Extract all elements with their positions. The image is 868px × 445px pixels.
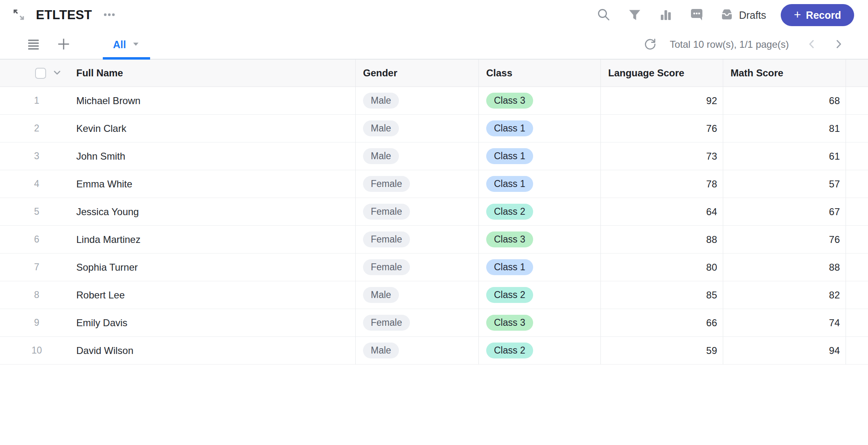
cell-trailing [846, 309, 868, 337]
cell-language-score[interactable]: 59 [601, 337, 723, 365]
class-badge: Class 1 [486, 259, 533, 276]
add-record-button[interactable]: + Record [781, 4, 854, 26]
drafts-button[interactable]: Drafts [720, 7, 766, 23]
pagination [804, 36, 847, 53]
refresh-button[interactable] [642, 36, 658, 53]
add-view-button[interactable] [55, 36, 72, 53]
cell-class[interactable]: Class 2 [479, 198, 601, 226]
column-header-language-score[interactable]: Language Score [601, 60, 723, 87]
cell-class[interactable]: Class 1 [479, 115, 601, 142]
cell-class[interactable]: Class 3 [479, 87, 601, 115]
comment-button[interactable] [689, 7, 705, 23]
cell-class[interactable]: Class 1 [479, 170, 601, 198]
cell-language-score[interactable]: 73 [601, 142, 723, 170]
cell-full-name[interactable]: Emma White [73, 170, 356, 198]
tab-all-view[interactable]: All [103, 30, 150, 59]
plus-icon [57, 37, 71, 52]
filter-button[interactable] [627, 7, 643, 23]
table-menu-button[interactable] [101, 7, 117, 23]
row-number[interactable]: 3 [0, 142, 73, 170]
class-badge: Class 1 [486, 120, 533, 137]
cell-class[interactable]: Class 1 [479, 142, 601, 170]
row-number[interactable]: 9 [0, 309, 73, 337]
cell-math-score[interactable]: 61 [723, 142, 846, 170]
chevron-down-icon [52, 68, 62, 79]
chart-button[interactable] [658, 7, 674, 23]
cell-class[interactable]: Class 3 [479, 226, 601, 254]
row-number[interactable]: 7 [0, 254, 73, 281]
grid-header-row: Full Name Gender Class Language Score Ma… [0, 60, 868, 87]
cell-gender[interactable]: Female [356, 226, 479, 254]
cell-math-score[interactable]: 57 [723, 170, 846, 198]
cell-math-score[interactable]: 94 [723, 337, 846, 365]
column-header-full-name[interactable]: Full Name [73, 60, 356, 87]
page-title: ETLTEST [36, 8, 92, 22]
cell-full-name[interactable]: Linda Martinez [73, 226, 356, 254]
cell-full-name[interactable]: Jessica Young [73, 198, 356, 226]
cell-math-score[interactable]: 67 [723, 198, 846, 226]
cell-class[interactable]: Class 2 [479, 281, 601, 309]
cell-gender[interactable]: Male [356, 337, 479, 365]
cell-full-name[interactable]: Kevin Clark [73, 115, 356, 142]
cell-language-score[interactable]: 64 [601, 198, 723, 226]
row-number[interactable]: 8 [0, 281, 73, 309]
cell-gender[interactable]: Female [356, 254, 479, 281]
cell-gender[interactable]: Male [356, 87, 479, 115]
next-page-button[interactable] [830, 36, 847, 53]
cell-gender[interactable]: Female [356, 170, 479, 198]
cell-math-score[interactable]: 76 [723, 226, 846, 254]
search-button[interactable] [596, 7, 612, 23]
inbox-icon [720, 7, 734, 23]
cell-full-name[interactable]: Sophia Turner [73, 254, 356, 281]
cell-language-score[interactable]: 80 [601, 254, 723, 281]
cell-full-name[interactable]: John Smith [73, 142, 356, 170]
row-number[interactable]: 10 [0, 337, 73, 365]
row-number[interactable]: 6 [0, 226, 73, 254]
table-row: 10 David Wilson Male Class 2 59 94 [0, 337, 868, 365]
column-header-class[interactable]: Class [479, 60, 601, 87]
cell-math-score[interactable]: 81 [723, 115, 846, 142]
class-badge: Class 2 [486, 287, 533, 303]
cell-language-score[interactable]: 66 [601, 309, 723, 337]
class-badge: Class 3 [486, 315, 533, 331]
prev-page-button[interactable] [804, 36, 820, 53]
cell-gender[interactable]: Male [356, 142, 479, 170]
select-all-checkbox[interactable] [35, 68, 46, 79]
row-number[interactable]: 2 [0, 115, 73, 142]
cell-trailing [846, 142, 868, 170]
cell-language-score[interactable]: 76 [601, 115, 723, 142]
cell-gender[interactable]: Male [356, 281, 479, 309]
view-list-button[interactable] [25, 36, 42, 53]
cell-gender[interactable]: Male [356, 115, 479, 142]
row-number[interactable]: 5 [0, 198, 73, 226]
cell-full-name[interactable]: Emily Davis [73, 309, 356, 337]
cell-language-score[interactable]: 78 [601, 170, 723, 198]
cell-math-score[interactable]: 68 [723, 87, 846, 115]
column-header-math-score[interactable]: Math Score [723, 60, 846, 87]
table-row: 5 Jessica Young Female Class 2 64 67 [0, 198, 868, 226]
cell-class[interactable]: Class 1 [479, 254, 601, 281]
expand-button[interactable] [11, 7, 27, 23]
cell-language-score[interactable]: 88 [601, 226, 723, 254]
row-number[interactable]: 1 [0, 87, 73, 115]
class-badge: Class 3 [486, 93, 533, 109]
table-row: 7 Sophia Turner Female Class 1 80 88 [0, 254, 868, 281]
cell-language-score[interactable]: 85 [601, 281, 723, 309]
row-number[interactable]: 4 [0, 170, 73, 198]
cell-gender[interactable]: Female [356, 198, 479, 226]
cell-full-name[interactable]: Robert Lee [73, 281, 356, 309]
table-row: 9 Emily Davis Female Class 3 66 74 [0, 309, 868, 337]
cell-math-score[interactable]: 74 [723, 309, 846, 337]
cell-full-name[interactable]: Michael Brown [73, 87, 356, 115]
row-expand-menu-button[interactable] [51, 67, 63, 79]
cell-math-score[interactable]: 82 [723, 281, 846, 309]
column-header-gender[interactable]: Gender [356, 60, 479, 87]
cell-full-name[interactable]: David Wilson [73, 337, 356, 365]
gender-pill: Female [363, 315, 410, 331]
cell-math-score[interactable]: 88 [723, 254, 846, 281]
cell-language-score[interactable]: 92 [601, 87, 723, 115]
cell-gender[interactable]: Female [356, 309, 479, 337]
cell-class[interactable]: Class 2 [479, 337, 601, 365]
cell-class[interactable]: Class 3 [479, 309, 601, 337]
header-right-group: Drafts + Record [596, 4, 868, 26]
